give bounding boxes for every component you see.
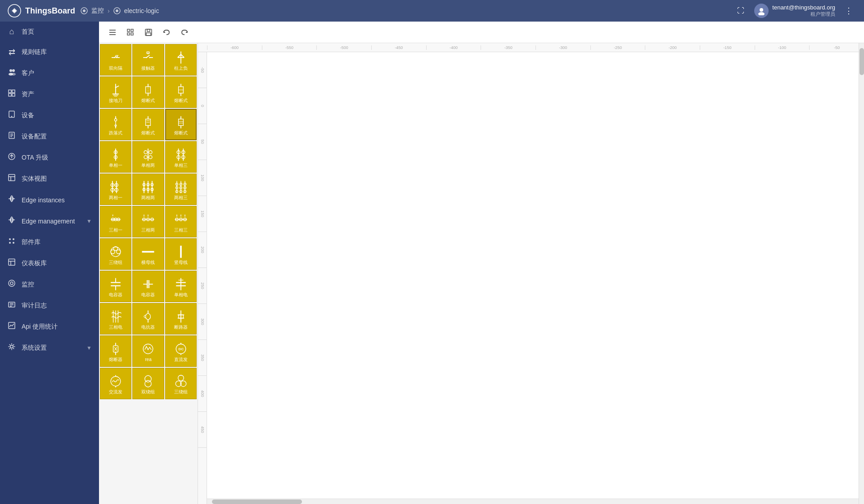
svg-point-5	[116, 9, 118, 12]
undo-icon	[162, 28, 171, 37]
svg-point-6	[760, 8, 763, 12]
sidebar: ⌂ 首页 ⇄ 规则链库 客户 资产 设备	[0, 22, 99, 504]
symbol-fuse-device[interactable]: 熔断器	[100, 335, 131, 367]
sidebar-item-rule-chain[interactable]: ⇄ 规则链库	[0, 42, 99, 62]
ruler-h-350: -350	[481, 45, 536, 50]
svg-point-65	[146, 57, 148, 58]
symbol-ac-gen[interactable]: 交流发	[100, 368, 131, 399]
symbol-cap2[interactable]: 电容器	[132, 271, 164, 302]
header-right: ⛶ tenant@thingsboard.org 租户管理员 ⋮	[733, 3, 857, 19]
breadcrumb-monitor[interactable]: 监控	[91, 7, 104, 15]
symbol-three2[interactable]: 三相两	[132, 206, 164, 237]
symbol-contactor[interactable]: 接触器	[132, 44, 164, 76]
three1-icon	[108, 211, 124, 227]
user-email: tenant@thingsboard.org	[772, 4, 835, 11]
symbol-three-winding[interactable]: 三绕组	[100, 238, 131, 270]
symbol-label-dc: 直流发	[174, 357, 188, 362]
undo-button[interactable]	[158, 24, 175, 40]
save-icon	[144, 28, 153, 37]
sidebar-item-edge-management[interactable]: Edge management ▼	[0, 210, 99, 232]
symbol-label-ac-gen: 交流发	[109, 389, 122, 395]
symbol-drop-fuse[interactable]: 跌落式	[100, 109, 131, 140]
three-phase-icon	[108, 308, 124, 325]
symbol-fuse1[interactable]: 熔断式	[132, 76, 164, 108]
svg-rect-68	[147, 52, 149, 54]
symbol-fuse2[interactable]: 熔断式	[165, 76, 197, 108]
symbol-ground-knife[interactable]: 接地刀	[100, 76, 131, 108]
symbol-single3[interactable]: 单相三	[165, 141, 197, 173]
sidebar-label-device-profile: 设备配置	[22, 133, 47, 141]
symbol-reactor[interactable]: 电抗器	[132, 303, 164, 335]
horizontal-scrollbar[interactable]	[207, 499, 859, 504]
drawing-canvas[interactable]	[207, 52, 864, 504]
symbol-single2[interactable]: 单相两	[132, 141, 164, 173]
symbol-label-three1: 三相一	[109, 227, 122, 233]
toolbar	[99, 22, 864, 43]
symbol-single-phase[interactable]: 单相电	[165, 271, 197, 302]
sidebar-item-edge-instances[interactable]: Edge instances	[0, 189, 99, 210]
fullscreen-button[interactable]: ⛶	[733, 3, 749, 19]
vertical-scrollbar[interactable]	[859, 43, 864, 504]
more-button[interactable]: ⋮	[841, 3, 857, 19]
grid-icon	[126, 28, 135, 37]
symbol-pole-load[interactable]: 柱上负	[165, 44, 197, 76]
symbol-rea[interactable]: rea	[132, 335, 164, 367]
sidebar-item-home[interactable]: ⌂ 首页	[0, 22, 99, 42]
breadcrumb-page[interactable]: electric-logic	[124, 7, 159, 14]
symbol-three1[interactable]: 三相一	[100, 206, 131, 237]
sidebar-item-customers[interactable]: 客户	[0, 62, 99, 84]
sidebar-item-system-settings[interactable]: 系统设置 ▼	[0, 337, 99, 358]
symbol-two-winding[interactable]: 双绕组	[132, 368, 164, 399]
symbol-breaker[interactable]: 断路器	[165, 303, 197, 335]
components-icon	[7, 237, 16, 247]
api-usage-icon	[7, 321, 16, 332]
symbol-two3[interactable]: 两相三	[165, 174, 197, 205]
grid-button[interactable]	[122, 24, 139, 40]
svg-point-38	[9, 280, 15, 286]
symbol-dc[interactable]: DC 直流发	[165, 335, 197, 367]
symbol-double-switch[interactable]: 双向隔	[100, 44, 131, 76]
symbol-label-drop-fuse: 跌落式	[109, 130, 122, 136]
svg-line-72	[181, 54, 184, 58]
symbol-fuse4[interactable]: 熔断式	[165, 109, 197, 140]
symbol-label-vbus: 竖母线	[174, 260, 188, 265]
sidebar-label-edge-instances: Edge instances	[22, 196, 65, 204]
symbol-three-winding2[interactable]: 三绕组	[165, 368, 197, 399]
symbol-label-fuse2: 熔断式	[174, 98, 188, 103]
redo-button[interactable]	[176, 24, 193, 40]
sidebar-item-audit-log[interactable]: 审计日志	[0, 295, 99, 316]
sidebar-item-devices[interactable]: 设备	[0, 105, 99, 126]
symbol-hbus[interactable]: 横母线	[132, 238, 164, 270]
symbol-three3[interactable]: 三相三	[165, 206, 197, 237]
single2-icon	[140, 147, 156, 163]
symbol-two1[interactable]: 两相一	[100, 174, 131, 205]
sidebar-item-assets[interactable]: 资产	[0, 84, 99, 105]
sidebar-item-components[interactable]: 部件库	[0, 232, 99, 253]
ruler-horizontal: -600 -550 -500 -450 -400 -350 -300 -250 …	[198, 43, 864, 52]
sidebar-item-device-profile[interactable]: 设备配置	[0, 126, 99, 147]
single1-icon	[108, 147, 124, 163]
svg-point-39	[10, 282, 13, 285]
symbol-label-two1: 两相一	[109, 195, 122, 201]
sidebar-item-api-usage[interactable]: Api 使用统计	[0, 316, 99, 337]
symbol-cap1[interactable]: 电容器	[100, 271, 131, 302]
symbol-two2[interactable]: 两相两	[132, 174, 164, 205]
symbol-vbus[interactable]: 竖母线	[165, 238, 197, 270]
scrollbar-thumb-h[interactable]	[212, 500, 302, 504]
sidebar-item-entity-view[interactable]: 实体视图	[0, 168, 99, 189]
fuse4-icon	[173, 114, 189, 130]
ruler-v-tick: 400	[198, 376, 207, 412]
svg-rect-50	[131, 29, 133, 31]
sidebar-item-ota[interactable]: OTA 升级	[0, 147, 99, 168]
menu-button[interactable]	[104, 24, 121, 40]
logo[interactable]: ThingsBoard	[7, 4, 75, 18]
three-winding2-icon	[173, 373, 189, 389]
save-button[interactable]	[140, 24, 157, 40]
symbol-single1[interactable]: 单相一	[100, 141, 131, 173]
sidebar-item-dashboard[interactable]: 仪表板库	[0, 253, 99, 274]
scrollbar-thumb-v[interactable]	[860, 48, 864, 75]
symbol-three-phase[interactable]: 三相电	[100, 303, 131, 335]
canvas-area[interactable]: -600 -550 -500 -450 -400 -350 -300 -250 …	[198, 43, 864, 504]
symbol-fuse3[interactable]: 熔断式	[132, 109, 164, 140]
sidebar-item-monitor[interactable]: 监控	[0, 274, 99, 295]
